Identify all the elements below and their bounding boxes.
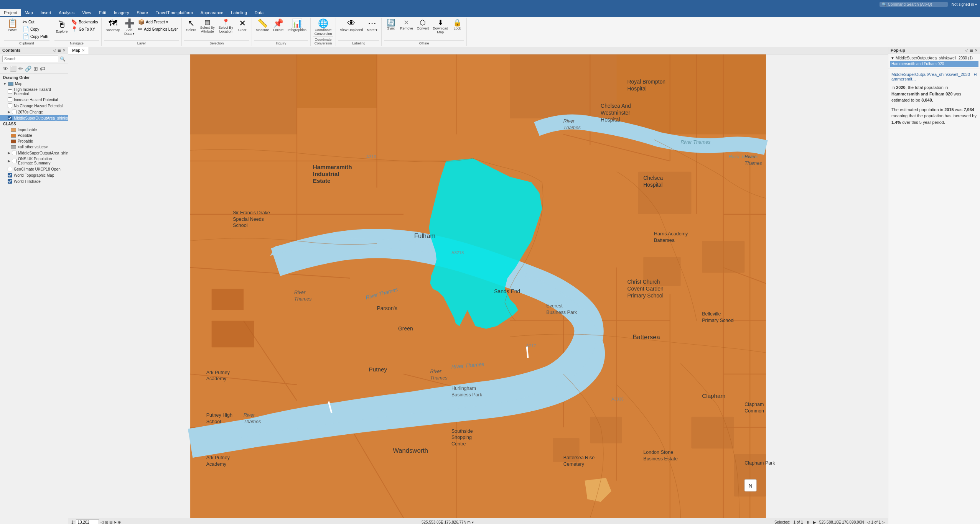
class-improbable[interactable]: Improbable — [0, 127, 68, 133]
layer-no-change[interactable]: No Change Hazard Potential — [0, 103, 68, 109]
layer-ons-pop[interactable]: ▶ ONS UK Population Estimate Summary — [0, 156, 68, 166]
tab-edit[interactable]: Edit — [95, 9, 110, 16]
map-tab[interactable]: Map ✕ — [68, 47, 89, 54]
popup-close[interactable]: ✕ — [975, 48, 978, 53]
add-data-button[interactable]: ➕ AddData ▾ — [122, 18, 136, 36]
remove-button[interactable]: ✕ Remove — [399, 18, 415, 31]
svg-rect-72 — [691, 417, 734, 448]
layer-msoa-2070[interactable]: ▶ MiddleSuperOutputArea_shinkswell_2070 — [0, 150, 68, 156]
msoa-2030-checkbox[interactable] — [8, 116, 12, 120]
bookmarks-button[interactable]: 🔖 Bookmarks — [70, 18, 99, 25]
tab-labeling[interactable]: Labeling — [227, 9, 251, 16]
select-button[interactable]: ↖ Select — [184, 18, 198, 33]
layer-2070s[interactable]: ▶ 2070s Change — [0, 109, 68, 115]
svg-text:School: School — [233, 223, 247, 228]
panel-auto-hide[interactable]: ◁ — [53, 48, 56, 53]
no-change-checkbox[interactable] — [8, 103, 12, 108]
popup-auto-hide[interactable]: ◁ — [965, 48, 968, 53]
coordinates-display[interactable]: 525,553.85E 176,826.77N m ▾ — [127, 520, 768, 524]
tab-data[interactable]: Data — [251, 9, 267, 16]
scale-input[interactable] — [76, 519, 99, 524]
download-map-button[interactable]: ⬇ DownloadMap — [431, 18, 450, 35]
tab-map[interactable]: Map — [21, 9, 36, 16]
layer-msoa-2030[interactable]: MiddleSuperOutputArea_shinkswell_2030 — [0, 115, 68, 121]
tab-analysis[interactable]: Analysis — [55, 9, 78, 16]
layer-edit-btn[interactable]: ✏ — [18, 65, 23, 72]
layer-snap-btn[interactable]: 🔗 — [25, 65, 32, 72]
ons-checkbox[interactable] — [12, 159, 16, 163]
layer-geoclimate[interactable]: GeoClimate UKCP18 Open — [0, 166, 68, 172]
labeling-group: 👁 View Unplaced ⋯ More ▾ Labeling — [336, 18, 382, 46]
basemap-button[interactable]: 🗺 Basemap — [104, 18, 122, 33]
goto-xy-button[interactable]: 📍 Go To XY — [70, 26, 99, 33]
layer-map[interactable]: ▼ Map — [0, 81, 68, 87]
coord-conv-button[interactable]: 🌐 CoordinateConversion — [313, 18, 334, 36]
cut-button[interactable]: ✂ Cut — [21, 18, 49, 25]
search-submit-icon[interactable]: 🔍 — [60, 56, 66, 62]
convert-button[interactable]: ⬡ Convert — [415, 18, 431, 31]
inc-hazard-checkbox[interactable] — [8, 97, 12, 102]
class-probable[interactable]: Probable — [0, 138, 68, 144]
lock-button[interactable]: 🔒 Lock — [450, 18, 464, 31]
layer-label-btn[interactable]: 🏷 — [40, 65, 46, 72]
command-search-input[interactable] — [888, 2, 945, 7]
popup-menu[interactable]: ☰ — [970, 48, 973, 53]
locate-button[interactable]: 📌 Locate — [272, 18, 285, 33]
geoclimate-checkbox[interactable] — [8, 167, 12, 171]
copy-path-button[interactable]: 📄 Copy Path — [21, 33, 49, 40]
2070s-checkbox[interactable] — [12, 110, 16, 114]
more-button[interactable]: ⋯ More ▾ — [365, 18, 379, 33]
add-graphics-button[interactable]: ✏ Add Graphics Layer — [137, 26, 179, 33]
explore-button[interactable]: 🖱 Explore — [54, 18, 69, 34]
world-hillshade-checkbox[interactable] — [8, 179, 12, 184]
layer-select-btn[interactable]: ⬜ — [10, 65, 17, 72]
layer-visibility-btn[interactable]: 👁 — [2, 65, 8, 72]
infographics-button[interactable]: 📊 Infographics — [286, 18, 308, 33]
all-other-label: <all other values> — [18, 145, 48, 149]
select-by-loc-button[interactable]: 📍 Select ByLocation — [217, 18, 235, 34]
world-topo-checkbox[interactable] — [8, 173, 12, 177]
popup-layer-title: MiddleSuperOutputArea_shinkswell_2030 - … — [891, 72, 977, 81]
svg-text:Thames: Thames — [294, 296, 311, 302]
popup-tree: ▼ MiddleSuperOutputArea_shinkswell_2030 … — [888, 54, 980, 69]
class-all-other[interactable]: <all other values> — [0, 144, 68, 150]
tab-view[interactable]: View — [78, 9, 95, 16]
panel-close[interactable]: ✕ — [63, 48, 66, 53]
tab-appearance[interactable]: Appearance — [197, 9, 227, 16]
paste-button[interactable]: 📋 Paste — [4, 18, 21, 33]
add-preset-button[interactable]: 📦 Add Preset ▾ — [137, 18, 179, 25]
layer-world-topo[interactable]: World Topographic Map — [0, 172, 68, 178]
tab-project[interactable]: Project — [0, 9, 21, 16]
clipboard-small-buttons: ✂ Cut 📄 Copy 📄 Copy Path — [21, 18, 49, 40]
class-possible[interactable]: Possible — [0, 133, 68, 138]
msoa-2070-checkbox[interactable] — [12, 151, 16, 155]
layer-group-btn[interactable]: ⊞ — [33, 65, 38, 72]
map-tab-close[interactable]: ✕ — [82, 48, 85, 53]
svg-text:Centre: Centre — [451, 441, 466, 447]
play-btn[interactable]: ▶ — [813, 520, 816, 524]
command-search[interactable]: 🔍 — [880, 2, 948, 7]
panel-menu[interactable]: ☰ — [58, 48, 61, 53]
tab-traveltime[interactable]: TravelTime platform — [152, 9, 197, 16]
popup-selected-item[interactable]: Hammersmith and Fulham 020 — [890, 61, 978, 67]
clear-button[interactable]: ✕ Clear — [236, 18, 249, 33]
tab-insert[interactable]: Insert — [37, 9, 55, 16]
tab-share[interactable]: Share — [133, 9, 152, 16]
high-hazard-checkbox[interactable] — [8, 89, 12, 94]
search-input[interactable] — [2, 56, 58, 62]
layer-high-hazard[interactable]: High Increase Hazard Potential — [0, 87, 68, 97]
copy-button[interactable]: 📄 Copy — [21, 26, 49, 33]
layer-world-hillshade[interactable]: World Hillshade — [0, 178, 68, 184]
coord-icon: 🌐 — [318, 19, 328, 28]
layer-inc-hazard[interactable]: Increase Hazard Potential — [0, 97, 68, 103]
map-canvas[interactable]: River Thames River Thames River Thames R… — [68, 54, 888, 518]
tab-imagery[interactable]: Imagery — [110, 9, 133, 16]
user-label[interactable]: Not signed in ▾ — [952, 2, 977, 7]
scale-nav-left[interactable]: ◁ — [100, 520, 104, 524]
pause-btn[interactable]: ⏸ — [806, 520, 810, 524]
view-unplaced-button[interactable]: 👁 View Unplaced — [338, 18, 364, 33]
select-by-attr-button[interactable]: ▤ Select ByAttribute — [199, 18, 216, 34]
measure-button[interactable]: 📏 Measure — [254, 18, 271, 33]
popup-tree-root[interactable]: ▼ MiddleSuperOutputArea_shinkswell_2030 … — [890, 56, 978, 61]
sync-button[interactable]: 🔄 Sync — [384, 18, 398, 31]
